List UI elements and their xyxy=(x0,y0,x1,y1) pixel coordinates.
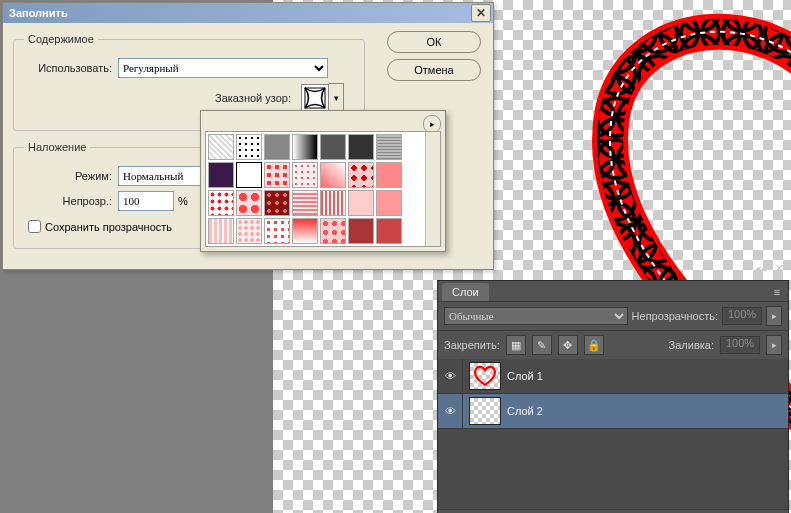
dialog-titlebar[interactable]: Заполнить ✕ xyxy=(3,3,493,23)
pattern-preview-icon xyxy=(304,87,326,109)
layer-thumbnail[interactable] xyxy=(469,362,501,390)
contents-legend: Содержимое xyxy=(24,33,98,45)
pattern-thumb[interactable] xyxy=(376,190,402,216)
pattern-thumb[interactable] xyxy=(376,218,402,244)
pattern-thumb[interactable] xyxy=(292,218,318,244)
close-button[interactable]: ✕ xyxy=(471,4,491,22)
pattern-thumb[interactable] xyxy=(348,218,374,244)
pattern-thumb[interactable] xyxy=(292,134,318,160)
visibility-toggle[interactable]: 👁 xyxy=(438,394,463,428)
pattern-thumb[interactable] xyxy=(208,190,234,216)
pattern-thumb[interactable] xyxy=(348,162,374,188)
pattern-thumb[interactable] xyxy=(320,190,346,216)
opacity-arrow[interactable]: ▸ xyxy=(766,306,782,326)
pattern-thumb[interactable] xyxy=(208,134,234,160)
layer-opacity-label: Непрозрачность: xyxy=(632,310,718,322)
opacity-label: Непрозр.: xyxy=(24,195,112,207)
ok-button[interactable]: ОК xyxy=(387,31,481,53)
pattern-thumb[interactable] xyxy=(292,190,318,216)
pattern-thumb[interactable] xyxy=(292,162,318,188)
layers-footer: ⚭ fx. ◐ ◑ 🗀 ▤ 🗑 xyxy=(438,509,788,513)
pattern-thumb[interactable] xyxy=(376,134,402,160)
pattern-thumb[interactable] xyxy=(208,162,234,188)
layer-opacity-field[interactable]: 100% xyxy=(722,307,762,325)
pattern-thumb[interactable] xyxy=(320,218,346,244)
layer-thumbnail[interactable] xyxy=(469,397,501,425)
pattern-thumb[interactable] xyxy=(236,190,262,216)
pattern-thumb[interactable] xyxy=(236,134,262,160)
layers-tab[interactable]: Слои xyxy=(442,283,489,301)
pattern-thumb[interactable] xyxy=(348,190,374,216)
lock-position-icon[interactable]: ✥ xyxy=(558,335,578,355)
pattern-thumb[interactable] xyxy=(208,218,234,244)
dialog-title: Заполнить xyxy=(9,7,68,19)
pattern-thumb[interactable] xyxy=(264,218,290,244)
use-select[interactable]: Регулярный xyxy=(118,58,328,78)
lock-transparency-icon[interactable]: ▦ xyxy=(506,335,526,355)
panel-close-icon[interactable]: ✕ xyxy=(772,261,786,275)
opacity-input[interactable] xyxy=(118,191,174,211)
layers-panel: ◂◂ ✕ Слои ≡ Обычные Непрозрачность: 100%… xyxy=(437,280,789,513)
layers-list: 👁 Слой 1 👁 Слой 2 xyxy=(438,359,788,509)
layer-name: Слой 2 xyxy=(507,405,543,417)
pattern-thumb[interactable] xyxy=(264,162,290,188)
pattern-dropdown-arrow[interactable]: ▾ xyxy=(329,83,344,113)
layer-row[interactable]: 👁 Слой 1 xyxy=(438,359,788,394)
pattern-picker-popup: ▸ xyxy=(200,110,446,252)
use-label: Использовать: xyxy=(24,62,112,74)
panel-menu-icon[interactable]: ≡ xyxy=(770,285,784,299)
fill-label: Заливка: xyxy=(669,339,714,351)
pattern-thumb[interactable] xyxy=(320,134,346,160)
pattern-thumb-selected[interactable] xyxy=(236,162,262,188)
lock-all-icon[interactable]: 🔒 xyxy=(584,335,604,355)
blending-legend: Наложение xyxy=(24,141,90,153)
picker-scrollbar[interactable] xyxy=(425,132,440,246)
pattern-swatch[interactable] xyxy=(301,84,329,112)
pattern-thumb[interactable] xyxy=(264,134,290,160)
preserve-transparency-label: Сохранить прозрачность xyxy=(45,221,172,233)
pattern-grid xyxy=(205,131,441,247)
custom-pattern-label: Заказной узор: xyxy=(215,92,291,104)
blend-mode-select[interactable]: Обычные xyxy=(444,307,628,325)
visibility-toggle[interactable]: 👁 xyxy=(438,359,463,393)
pattern-thumb[interactable] xyxy=(320,162,346,188)
cancel-button[interactable]: Отмена xyxy=(387,59,481,81)
pattern-thumb[interactable] xyxy=(348,134,374,160)
layer-name: Слой 1 xyxy=(507,370,543,382)
preserve-transparency-checkbox[interactable] xyxy=(28,220,41,233)
pattern-thumb[interactable] xyxy=(264,190,290,216)
collapse-icon[interactable]: ◂◂ xyxy=(754,261,768,275)
opacity-unit: % xyxy=(178,195,188,207)
layer-row[interactable]: 👁 Слой 2 xyxy=(438,394,788,429)
pattern-thumb[interactable] xyxy=(236,218,262,244)
lock-label: Закрепить: xyxy=(444,339,500,351)
lock-pixels-icon[interactable]: ✎ xyxy=(532,335,552,355)
pattern-thumb[interactable] xyxy=(376,162,402,188)
fill-arrow[interactable]: ▸ xyxy=(766,335,782,355)
mode-label: Режим: xyxy=(24,170,112,182)
layer-fill-field[interactable]: 100% xyxy=(720,336,760,354)
